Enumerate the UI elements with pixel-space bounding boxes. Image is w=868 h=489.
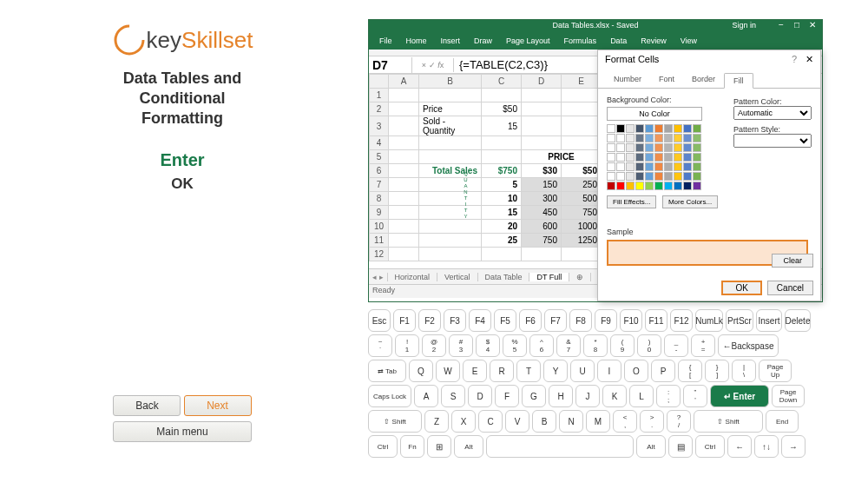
close-icon[interactable]: ✕ bbox=[806, 54, 813, 64]
key-f8[interactable]: F8 bbox=[569, 309, 592, 332]
key-ctrl[interactable]: Ctrl bbox=[368, 435, 398, 458]
key-[interactable]: += bbox=[691, 334, 715, 357]
key-r[interactable]: R bbox=[490, 360, 514, 382]
key-[interactable]: ▤ bbox=[668, 435, 693, 458]
key-e[interactable]: E bbox=[463, 360, 487, 382]
key-[interactable]: _- bbox=[664, 334, 688, 357]
key-k[interactable]: K bbox=[602, 385, 627, 407]
tab-pagelayout[interactable]: Page Layout bbox=[499, 34, 557, 50]
key-pagedown[interactable]: PageDown bbox=[772, 385, 805, 407]
key-d[interactable]: D bbox=[468, 385, 492, 407]
key-insert[interactable]: Insert bbox=[756, 309, 782, 332]
add-sheet-icon[interactable]: ⊕ bbox=[569, 273, 591, 281]
dlg-tab-fill[interactable]: Fill bbox=[724, 73, 753, 89]
no-color-button[interactable]: No Color bbox=[607, 107, 702, 121]
sheet-datatable[interactable]: Data Table bbox=[478, 273, 530, 281]
key-g[interactable]: G bbox=[522, 385, 546, 407]
key-2[interactable]: @2 bbox=[422, 334, 446, 357]
key-s[interactable]: S bbox=[441, 385, 465, 407]
key-shift[interactable]: ⇧ Shift bbox=[368, 410, 422, 433]
key-fn[interactable]: Fn bbox=[400, 435, 424, 458]
sheet-dtfull[interactable]: DT Full bbox=[529, 273, 569, 281]
key-[interactable]: ← bbox=[727, 435, 752, 458]
sheet-vertical[interactable]: Vertical bbox=[437, 273, 478, 281]
key-end[interactable]: End bbox=[766, 410, 799, 433]
tab-insert[interactable]: Insert bbox=[434, 34, 468, 50]
key-[interactable]: "' bbox=[683, 385, 707, 407]
key-[interactable]: ?/ bbox=[667, 410, 691, 433]
key-[interactable]: ↑↓ bbox=[754, 435, 779, 458]
cancel-button[interactable]: Cancel bbox=[767, 281, 813, 295]
key-f9[interactable]: F9 bbox=[595, 309, 617, 332]
key-[interactable]: :; bbox=[656, 385, 681, 407]
key-[interactable]: {[ bbox=[678, 360, 702, 382]
main-menu-button[interactable]: Main menu bbox=[113, 421, 252, 442]
key-f11[interactable]: F11 bbox=[645, 309, 667, 332]
key-8[interactable]: *8 bbox=[583, 334, 608, 357]
key-c[interactable]: C bbox=[478, 410, 503, 433]
key-n[interactable]: N bbox=[559, 410, 583, 433]
key-6[interactable]: ^6 bbox=[529, 334, 554, 357]
key-f1[interactable]: F1 bbox=[393, 309, 416, 332]
key-f12[interactable]: F12 bbox=[670, 309, 693, 332]
key-j[interactable]: J bbox=[575, 385, 600, 407]
next-button[interactable]: Next bbox=[184, 395, 252, 416]
key-alt[interactable]: Alt bbox=[636, 435, 666, 458]
tab-review[interactable]: Review bbox=[634, 34, 674, 50]
key-9[interactable]: (9 bbox=[610, 334, 635, 357]
key-numlk[interactable]: NumLk bbox=[695, 309, 723, 332]
key-space[interactable] bbox=[486, 435, 634, 458]
key-y[interactable]: Y bbox=[543, 360, 568, 382]
key-f[interactable]: F bbox=[495, 385, 519, 407]
key-[interactable]: ~` bbox=[368, 334, 392, 357]
key-f2[interactable]: F2 bbox=[418, 309, 441, 332]
key-pageup[interactable]: PageUp bbox=[759, 360, 792, 382]
close-icon[interactable]: ✕ bbox=[805, 20, 820, 30]
key-p[interactable]: P bbox=[651, 360, 675, 382]
key-o[interactable]: O bbox=[624, 360, 648, 382]
key-f4[interactable]: F4 bbox=[469, 309, 491, 332]
key-l[interactable]: L bbox=[629, 385, 654, 407]
key-x[interactable]: X bbox=[451, 410, 476, 433]
spreadsheet[interactable]: ABCDE 1 2Price$50 3Sold - Quantity15 4 5… bbox=[369, 74, 602, 261]
key-q[interactable]: Q bbox=[409, 360, 433, 382]
key-[interactable]: }] bbox=[705, 360, 729, 382]
key-prtscr[interactable]: PrtScr bbox=[726, 309, 753, 332]
tab-home[interactable]: Home bbox=[399, 34, 434, 50]
key-[interactable]: <, bbox=[613, 410, 637, 433]
key-[interactable]: |\ bbox=[732, 360, 756, 382]
pattern-color-select[interactable]: Automatic bbox=[733, 106, 812, 120]
key-f5[interactable]: F5 bbox=[494, 309, 516, 332]
tab-file[interactable]: File bbox=[372, 34, 399, 50]
dlg-tab-font[interactable]: Font bbox=[650, 72, 683, 88]
tab-view[interactable]: View bbox=[674, 34, 704, 50]
key-b[interactable]: B bbox=[532, 410, 556, 433]
tab-data[interactable]: Data bbox=[603, 34, 634, 50]
key-f7[interactable]: F7 bbox=[544, 309, 567, 332]
key-[interactable]: → bbox=[781, 435, 806, 458]
dlg-tab-number[interactable]: Number bbox=[605, 72, 650, 88]
signin-link[interactable]: Sign in bbox=[732, 21, 756, 30]
key-enter[interactable]: ↵ Enter bbox=[710, 385, 769, 407]
key-5[interactable]: %5 bbox=[503, 334, 527, 357]
key-u[interactable]: U bbox=[570, 360, 595, 382]
key-m[interactable]: M bbox=[586, 410, 610, 433]
key-z[interactable]: Z bbox=[424, 410, 449, 433]
key-capslock[interactable]: Caps Lock bbox=[368, 385, 411, 407]
tab-draw[interactable]: Draw bbox=[467, 34, 499, 50]
key-3[interactable]: #3 bbox=[449, 334, 473, 357]
maximize-icon[interactable]: □ bbox=[789, 20, 805, 30]
key-[interactable]: >. bbox=[640, 410, 664, 433]
key-a[interactable]: A bbox=[414, 385, 438, 407]
more-colors-button[interactable]: More Colors... bbox=[662, 195, 718, 208]
key-ctrl[interactable]: Ctrl bbox=[695, 435, 725, 458]
dlg-tab-border[interactable]: Border bbox=[683, 72, 724, 88]
key-0[interactable]: )0 bbox=[637, 334, 661, 357]
key-4[interactable]: $4 bbox=[476, 334, 500, 357]
clear-button[interactable]: Clear bbox=[772, 254, 813, 268]
ok-button[interactable]: OK bbox=[721, 281, 761, 295]
sheet-horizontal[interactable]: Horizontal bbox=[388, 273, 438, 281]
key-7[interactable]: &7 bbox=[556, 334, 581, 357]
key-w[interactable]: W bbox=[436, 360, 460, 382]
minimize-icon[interactable]: − bbox=[773, 20, 789, 30]
